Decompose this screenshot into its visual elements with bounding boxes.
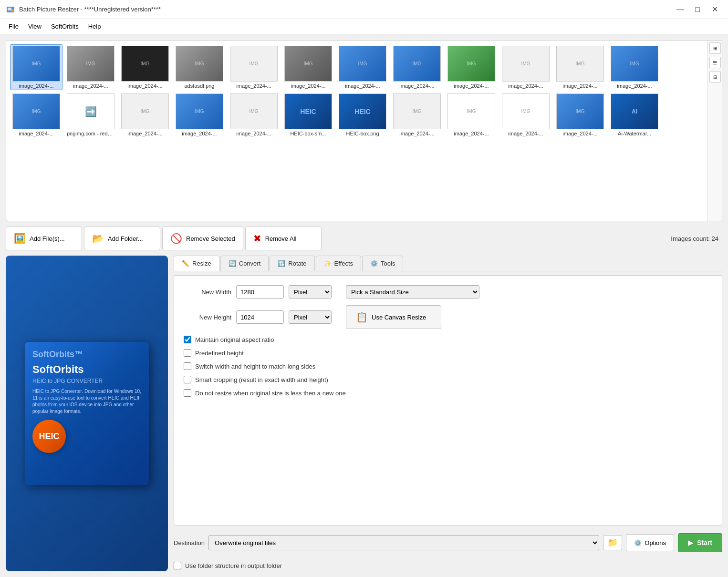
add-folder-label: Add Folder... [108, 235, 143, 242]
list-item[interactable]: IMG adsfasdf.png [173, 44, 226, 90]
tab-convert[interactable]: 🔄 Convert [220, 256, 269, 271]
predefined-height-checkbox[interactable] [184, 349, 191, 357]
destination-bar: Destination Overwrite original files Sav… [174, 529, 722, 556]
thumbnail-preview: IMG [12, 46, 60, 82]
width-row: New Width Pixel Percent Inch Cm Mm Pick … [184, 285, 712, 299]
thumbnail-preview: IMG [339, 46, 386, 82]
convert-tab-icon: 🔄 [229, 260, 236, 267]
start-button[interactable]: ▶ Start [678, 533, 722, 552]
list-item[interactable]: IMG image_2024-... [119, 92, 171, 138]
list-item[interactable]: IMG image_2024-... [499, 44, 552, 90]
destination-select[interactable]: Overwrite original files Save to folder … [208, 535, 599, 550]
maintain-aspect-checkbox[interactable] [184, 336, 191, 343]
list-item[interactable]: IMG image_2024-... [554, 92, 606, 138]
height-row: New Height Pixel Percent Inch Cm Mm 📋 Us… [184, 305, 712, 329]
product-subtitle: HEIC to JPG CONVERTER [32, 378, 141, 384]
list-item[interactable]: IMG image_2024-... [228, 92, 280, 138]
width-input[interactable] [236, 285, 284, 299]
tools-tab-label: Tools [381, 260, 395, 267]
list-item[interactable]: IMG image_2024-... [391, 92, 443, 138]
gallery-view-details[interactable]: ⊟ [709, 71, 721, 82]
thumbnail-preview: IMG [230, 93, 278, 129]
list-item[interactable]: IMG image_2024-... [499, 92, 552, 138]
tab-resize[interactable]: ✏️ Resize [174, 256, 219, 271]
canvas-icon: 📋 [356, 311, 368, 323]
tab-tools[interactable]: ⚙️ Tools [362, 256, 403, 271]
footer: Use folder structure in output folder [174, 560, 722, 571]
list-item[interactable]: IMG image_2024-... [336, 44, 389, 90]
remove-all-button[interactable]: ✖ Remove All [245, 227, 322, 250]
thumbnail-label: image_2024-... [339, 83, 386, 89]
list-item[interactable]: IMG image_2024-... [119, 44, 171, 90]
remove-all-icon: ✖ [253, 233, 261, 244]
product-description: HEIC to JPG Converter. Download for Wind… [32, 388, 141, 415]
no-resize-label: Do not resize when original size is less… [195, 390, 346, 397]
options-button[interactable]: ⚙️ Options [626, 534, 674, 551]
rotate-tab-label: Rotate [288, 260, 306, 267]
thumbnail-preview: IMG [502, 93, 550, 129]
remove-selected-label: Remove Selected [186, 235, 235, 242]
no-resize-checkbox[interactable] [184, 389, 191, 397]
height-unit-select[interactable]: Pixel Percent Inch Cm Mm [289, 310, 332, 324]
thumbnail-preview: IMG [556, 46, 604, 82]
list-item[interactable]: HEIC HEIC-box.png [336, 92, 389, 138]
thumbnail-label: image_2024-... [230, 83, 278, 89]
list-item[interactable]: IMG image_2024-... [554, 44, 606, 90]
list-item[interactable]: IMG image_2024-... [10, 92, 62, 138]
resize-tab-label: Resize [192, 260, 211, 267]
product-brand: SoftOrbits™ [32, 350, 141, 360]
minimize-button[interactable]: — [673, 2, 688, 17]
close-button[interactable]: ✕ [707, 2, 722, 17]
list-item[interactable]: ➡️ pngimg.com - red_arrow_PN... [64, 92, 117, 138]
list-item[interactable]: IMG image_2024-... [64, 44, 117, 90]
add-files-button[interactable]: 🖼️ Add File(s)... [6, 227, 82, 250]
list-item[interactable]: IMG image_2024-... [608, 44, 661, 90]
effects-tab-label: Effects [334, 260, 354, 267]
thumbnail-label: image_2024-... [176, 131, 223, 136]
gallery-view-list[interactable]: ☰ [709, 57, 721, 68]
start-label: Start [697, 539, 712, 546]
destination-folder-button[interactable]: 📁 [603, 535, 622, 550]
tab-effects[interactable]: ✨ Effects [316, 256, 362, 271]
gallery-view-thumbnails[interactable]: ⊞ [709, 42, 721, 54]
svg-rect-1 [8, 8, 11, 10]
list-item[interactable]: HEIC HEIC-box-sm... [282, 92, 334, 138]
menu-softorbits[interactable]: SoftOrbits [46, 21, 83, 32]
add-folder-button[interactable]: 📂 Add Folder... [84, 227, 160, 250]
list-item[interactable]: IMG image_2024-... [391, 44, 443, 90]
list-item[interactable]: IMG image_2024-... [445, 92, 498, 138]
thumbnail-preview: IMG [121, 93, 169, 129]
list-item[interactable]: AI Ai-Watermar... [608, 92, 661, 138]
thumbnail-label: Ai-Watermar... [611, 131, 658, 136]
settings-content: New Width Pixel Percent Inch Cm Mm Pick … [174, 275, 722, 525]
gallery-scroll-area[interactable]: IMG image_2024-... IMG image_2024-... IM… [6, 41, 707, 221]
thumbnail-label: image_2024-... [556, 131, 604, 136]
menu-help[interactable]: Help [83, 21, 106, 32]
gallery-sidebar: ⊞ ☰ ⊟ [707, 41, 722, 221]
maximize-button[interactable]: □ [690, 2, 705, 17]
thumbnail-preview: IMG [176, 46, 223, 82]
menu-bar: File View SoftOrbits Help [0, 19, 728, 34]
menu-view[interactable]: View [23, 21, 46, 32]
smart-cropping-checkbox[interactable] [184, 376, 191, 383]
window-title: Batch Picture Resizer - ****Unregistered… [19, 6, 673, 13]
list-item[interactable]: IMG image_2024-... [282, 44, 334, 90]
menu-file[interactable]: File [4, 21, 23, 32]
list-item[interactable]: IMG image_2024-... [10, 44, 62, 90]
list-item[interactable]: IMG image_2024-... [228, 44, 280, 90]
destination-label: Destination [174, 539, 205, 546]
tab-rotate[interactable]: 🔃 Rotate [270, 256, 314, 271]
thumbnail-preview: AI [611, 93, 658, 129]
start-icon: ▶ [688, 539, 693, 546]
thumbnail-label: image_2024-... [502, 131, 550, 136]
folder-structure-checkbox[interactable] [174, 562, 181, 569]
remove-selected-button[interactable]: 🚫 Remove Selected [162, 227, 243, 250]
standard-size-select[interactable]: Pick a Standard Size 800×600 1024×768 12… [346, 285, 479, 299]
canvas-resize-button[interactable]: 📋 Use Canvas Resize [346, 305, 441, 329]
height-input[interactable] [236, 310, 284, 324]
list-item[interactable]: IMG image_2024-... [445, 44, 498, 90]
switch-width-height-checkbox[interactable] [184, 362, 191, 370]
list-item[interactable]: IMG image_2024-... [173, 92, 226, 138]
width-unit-select[interactable]: Pixel Percent Inch Cm Mm [289, 285, 332, 299]
no-resize-row: Do not resize when original size is less… [184, 389, 712, 397]
